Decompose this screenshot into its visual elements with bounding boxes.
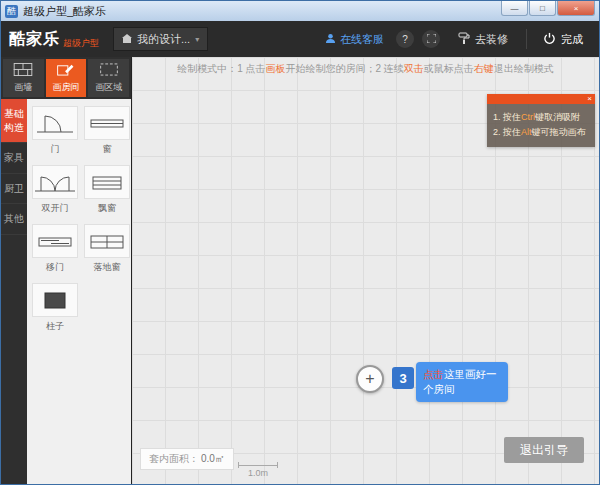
- app-header: 酷家乐 超级户型 我的设计... ▾ 在线客服 ?: [1, 21, 599, 57]
- library-item-bay-window[interactable]: 飘窗: [84, 165, 130, 215]
- tool-label: 画房间: [53, 81, 80, 94]
- app-icon: 酷: [5, 5, 18, 18]
- window-title: 超级户型_酷家乐: [23, 4, 106, 19]
- tab-other[interactable]: 其他: [1, 204, 27, 235]
- tip-box-body: 1. 按住Ctrl键取消吸附 2. 按住Alt键可拖动画布: [487, 104, 595, 147]
- library-item-label: 飘窗: [84, 202, 130, 215]
- window-icon: [84, 106, 130, 140]
- bay-window-icon: [84, 165, 130, 199]
- scale-label: 1.0m: [248, 468, 268, 478]
- double-door-icon: [32, 165, 78, 199]
- tool-draw-wall[interactable]: 画墙: [3, 59, 44, 97]
- drawing-canvas[interactable]: 绘制模式中：1 点击画板开始绘制您的房间；2 连续双击或鼠标点击右键退出绘制模式…: [131, 57, 599, 484]
- tip-line: 1. 按住Ctrl键取消吸附: [493, 110, 589, 125]
- help-icon: ?: [402, 34, 408, 45]
- online-service-label: 在线客服: [340, 32, 384, 47]
- area-label: 套内面积：: [149, 452, 199, 466]
- library-item-door[interactable]: 门: [32, 106, 78, 156]
- library-item-window[interactable]: 窗: [84, 106, 130, 156]
- tool-draw-room[interactable]: 画房间: [46, 59, 87, 97]
- tip-box-header: ×: [487, 94, 595, 104]
- user-icon: [325, 33, 336, 46]
- inner-area-display: 套内面积： 0.0㎡: [140, 448, 234, 470]
- draw-mode-instructions: 绘制模式中：1 点击画板开始绘制您的房间；2 连续双击或鼠标点击右键退出绘制模式: [132, 62, 599, 76]
- app-window: 酷 超级户型_酷家乐 — □ × 酷家乐 超级户型 我的设计... ▾ 在线客服…: [0, 0, 600, 485]
- room-icon: [56, 63, 76, 78]
- library-item-double-door[interactable]: 双开门: [32, 165, 78, 215]
- window-controls: — □ ×: [501, 1, 595, 16]
- my-design-label: 我的设计...: [137, 32, 190, 47]
- pillar-icon: [32, 283, 78, 317]
- library-item-label: 门: [32, 143, 78, 156]
- library-item-label: 落地窗: [84, 261, 130, 274]
- chevron-down-icon: ▾: [195, 35, 199, 44]
- library-item-sliding-door[interactable]: 移门: [32, 224, 78, 274]
- scale-ruler: 1.0m: [238, 462, 278, 478]
- tool-label: 画墙: [14, 81, 32, 94]
- region-icon: [99, 63, 119, 78]
- paint-roller-icon: [458, 32, 470, 46]
- home-icon: [122, 33, 132, 45]
- close-button[interactable]: ×: [557, 1, 595, 16]
- component-library: 门 窗 双开门: [27, 99, 131, 484]
- finish-button[interactable]: 完成: [535, 32, 591, 47]
- tab-furniture[interactable]: 家具: [1, 143, 27, 174]
- help-button[interactable]: ?: [396, 30, 414, 48]
- door-icon: [32, 106, 78, 140]
- category-tabs: 基础构造 家具 厨卫 其他: [1, 99, 27, 484]
- fullscreen-button[interactable]: [422, 30, 440, 48]
- minimize-button[interactable]: —: [501, 1, 528, 16]
- sliding-door-icon: [32, 224, 78, 258]
- left-lower: 基础构造 家具 厨卫 其他 门: [1, 99, 131, 484]
- main-body: 画墙 画房间 画区域 基础构造 家具: [1, 57, 599, 484]
- go-decorate-button[interactable]: 去装修: [458, 32, 508, 47]
- app-logo: 酷家乐: [9, 29, 60, 50]
- plus-icon: +: [365, 370, 374, 388]
- library-item-floor-window[interactable]: 落地窗: [84, 224, 130, 274]
- draw-tools: 画墙 画房间 画区域: [1, 57, 131, 99]
- titlebar: 酷 超级户型_酷家乐 — □ ×: [1, 1, 599, 21]
- library-item-label: 窗: [84, 143, 130, 156]
- draw-start-point[interactable]: +: [356, 365, 384, 393]
- library-item-label: 双开门: [32, 202, 78, 215]
- fullscreen-icon: [427, 34, 436, 45]
- library-item-pillar[interactable]: 柱子: [32, 283, 78, 333]
- wall-icon: [13, 63, 33, 78]
- tool-label: 画区域: [95, 81, 122, 94]
- guide-step-badge: 3: [392, 367, 414, 389]
- shortcut-tip-box: × 1. 按住Ctrl键取消吸附 2. 按住Alt键可拖动画布: [487, 94, 595, 147]
- tool-draw-region[interactable]: 画区域: [88, 59, 129, 97]
- header-divider: [526, 29, 527, 49]
- exit-guide-button[interactable]: 退出引导: [504, 437, 584, 463]
- finish-label: 完成: [561, 32, 583, 47]
- app-logo-badge: 超级户型: [63, 37, 99, 50]
- library-item-label: 柱子: [32, 320, 78, 333]
- maximize-button[interactable]: □: [529, 1, 556, 16]
- close-icon[interactable]: ×: [587, 94, 592, 104]
- left-panel: 画墙 画房间 画区域 基础构造 家具: [1, 57, 131, 484]
- scale-line: [238, 462, 278, 468]
- library-item-label: 移门: [32, 261, 78, 274]
- tab-kitchen-bath[interactable]: 厨卫: [1, 174, 27, 205]
- area-value: 0.0㎡: [201, 452, 225, 466]
- guide-tooltip: 点击这里画好一个房间: [416, 362, 508, 402]
- online-service-button[interactable]: 在线客服: [325, 32, 384, 47]
- floor-window-icon: [84, 224, 130, 258]
- tip-line: 2. 按住Alt键可拖动画布: [493, 125, 589, 140]
- power-icon: [543, 32, 556, 47]
- go-decorate-label: 去装修: [475, 32, 508, 47]
- tab-basic-structure[interactable]: 基础构造: [1, 99, 27, 143]
- my-design-dropdown[interactable]: 我的设计... ▾: [113, 27, 208, 51]
